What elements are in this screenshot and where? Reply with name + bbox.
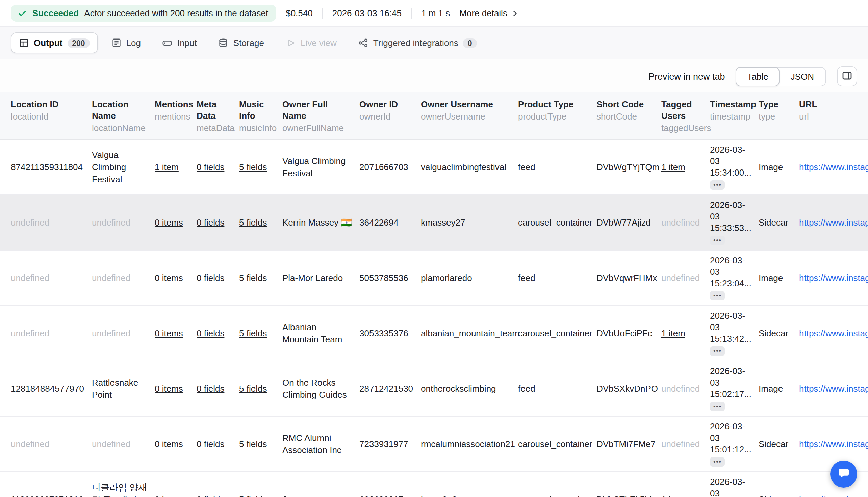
cell-locationId: undefined: [0, 416, 92, 472]
expand-cell-button[interactable]: •••: [710, 236, 725, 245]
column-header-taggedUsers[interactable]: Tagged UserstaggedUsers: [661, 92, 710, 140]
cell-ownerUsername: plamorlaredo: [421, 250, 518, 306]
cell-locationName: Valgua Climbing Festival: [92, 140, 155, 195]
cell-count-link[interactable]: 5 fields: [239, 217, 267, 227]
cell-ownerUsername: valguaclimbingfestival: [421, 140, 518, 195]
output-count-badge: 200: [67, 38, 89, 47]
tab-input[interactable]: Input: [154, 32, 205, 53]
cell-url-link[interactable]: https://www.instagra...: [799, 161, 868, 173]
column-header-productType[interactable]: Product TypeproductType: [518, 92, 597, 140]
column-header-ownerUsername[interactable]: Owner UsernameownerUsername: [421, 92, 518, 140]
cell-shortCode: DVbSXkvDnPO: [597, 361, 661, 416]
expand-cell-button[interactable]: •••: [710, 457, 725, 467]
column-header-musicInfo[interactable]: Music InfomusicInfo: [239, 92, 282, 140]
cell-count-link[interactable]: 1 item: [155, 162, 179, 172]
cell-productType: carousel_container: [518, 416, 597, 472]
cell-count-link[interactable]: 5 fields: [239, 328, 267, 338]
cell-count-link[interactable]: 5 fields: [239, 439, 267, 449]
cell-url-link[interactable]: https://www.instagra...: [799, 493, 868, 497]
cell-url: https://www.instagra...: [799, 306, 868, 361]
tab-storage[interactable]: Storage: [210, 32, 272, 53]
storage-icon: [219, 38, 229, 48]
more-details-button[interactable]: More details: [459, 8, 519, 18]
cell-count-link[interactable]: 0 fields: [197, 439, 224, 449]
preview-in-new-tab-link[interactable]: Preview in new tab: [648, 71, 725, 81]
columns-visibility-button[interactable]: [837, 66, 857, 86]
table-row[interactable]: undefinedundefined0 items0 fields5 field…: [0, 306, 868, 361]
cell-locationName: undefined: [92, 416, 155, 472]
cell-url-link[interactable]: https://www.instagra...: [799, 383, 868, 395]
cell-count-link[interactable]: 0 items: [155, 439, 183, 449]
cell-count-link[interactable]: 0 items: [155, 328, 183, 338]
divider: [411, 8, 412, 18]
column-field: taggedUsers: [661, 122, 703, 134]
cell-count-link[interactable]: 0 items: [155, 494, 183, 497]
cell-url-link[interactable]: https://www.instagra...: [799, 327, 868, 339]
cell-taggedUsers: undefined: [661, 195, 710, 250]
expand-cell-button[interactable]: •••: [710, 402, 725, 411]
column-header-url[interactable]: URLurl: [799, 92, 868, 140]
view-toggle-json[interactable]: JSON: [779, 67, 825, 85]
table-row[interactable]: 128184884577970Rattlesnake Point0 items0…: [0, 361, 868, 416]
table-row[interactable]: 874211359311804Valgua Climbing Festival1…: [0, 140, 868, 195]
column-field: musicInfo: [239, 122, 276, 134]
cell-count-link[interactable]: 5 fields: [239, 383, 267, 393]
chat-bubble-icon: [837, 466, 851, 482]
cell-shortCode: DVbUoFciPFc: [597, 306, 661, 361]
cell-ownerFullName: Kerrin Massey 🇮🇳: [282, 195, 359, 250]
cell-count-link[interactable]: 5 fields: [239, 272, 267, 283]
column-header-ownerId[interactable]: Owner IDownerId: [359, 92, 421, 140]
column-title: Owner ID: [359, 99, 414, 110]
app-root: Succeeded Actor succeeded with 200 resul…: [0, 0, 868, 497]
tab-triggered-integrations[interactable]: Triggered integrations 0: [350, 32, 485, 53]
cell-ownerId: 36422694: [359, 195, 421, 250]
expand-cell-button[interactable]: •••: [710, 346, 725, 356]
cell-count-link[interactable]: 0 items: [155, 272, 183, 283]
cell-mentions: 0 items: [155, 472, 197, 497]
log-icon: [111, 38, 122, 48]
column-header-locationName[interactable]: Location NamelocationName: [92, 92, 155, 140]
cell-count-link[interactable]: 0 fields: [197, 272, 224, 283]
cell-count-link[interactable]: 0 fields: [197, 162, 224, 172]
table-row[interactable]: undefinedundefined0 items0 fields5 field…: [0, 195, 868, 250]
cell-count-link[interactable]: 0 fields: [197, 328, 224, 338]
cell-url-link[interactable]: https://www.instagra...: [799, 272, 868, 284]
cell-count-link[interactable]: 0 fields: [197, 494, 224, 497]
tab-log[interactable]: Log: [103, 32, 149, 53]
column-header-metaData[interactable]: Meta DatametaData: [197, 92, 239, 140]
cell-type: Sidecar: [759, 472, 799, 497]
chat-button[interactable]: [830, 460, 857, 487]
cell-count-link[interactable]: 0 fields: [197, 217, 224, 227]
cell-url-link[interactable]: https://www.instagra...: [799, 216, 868, 229]
cell-count-link[interactable]: 5 fields: [239, 162, 267, 172]
expand-cell-button[interactable]: •••: [710, 291, 725, 300]
tab-storage-label: Storage: [233, 38, 264, 48]
tab-output[interactable]: Output 200: [11, 32, 98, 53]
cell-url-link[interactable]: https://www.instagra...: [799, 438, 868, 450]
cell-count-link[interactable]: 0 fields: [197, 383, 224, 393]
cell-count-link[interactable]: 1 item: [661, 162, 685, 172]
cell-locationId: 874211359311804: [0, 140, 92, 195]
column-header-ownerFullName[interactable]: Owner Full NameownerFullName: [282, 92, 359, 140]
table-row[interactable]: undefinedundefined0 items0 fields5 field…: [0, 250, 868, 306]
cell-count-link[interactable]: 0 items: [155, 383, 183, 393]
expand-cell-button[interactable]: •••: [710, 180, 725, 190]
cell-count-link[interactable]: 1 item: [661, 328, 685, 338]
cell-count-link[interactable]: 0 items: [155, 217, 183, 227]
cell-ownerId: 3053335376: [359, 306, 421, 361]
table-row[interactable]: undefinedundefined0 items0 fields5 field…: [0, 416, 868, 472]
cell-timestamp-text: 2026-03-03 15:34:00...: [710, 144, 752, 178]
column-header-locationId[interactable]: Location IDlocationId: [0, 92, 92, 140]
cell-productType: feed: [518, 250, 597, 306]
column-header-mentions[interactable]: Mentionsmentions: [155, 92, 197, 140]
cell-count-link[interactable]: 1 item: [661, 494, 685, 497]
column-header-timestamp[interactable]: Timestamptimestamp: [710, 92, 759, 140]
table-row[interactable]: 113993697971316더클라임 양재점-Theclimb Yangjae…: [0, 472, 868, 497]
view-toggle-table[interactable]: Table: [736, 67, 780, 86]
chevron-right-icon: [511, 9, 519, 17]
cell-count-link[interactable]: 5 fields: [239, 494, 267, 497]
column-header-type[interactable]: Typetype: [759, 92, 799, 140]
cell-ownerFullName: RMC Alumni Association Inc: [282, 416, 359, 472]
column-header-shortCode[interactable]: Short CodeshortCode: [597, 92, 661, 140]
column-title: Music Info: [239, 99, 276, 122]
